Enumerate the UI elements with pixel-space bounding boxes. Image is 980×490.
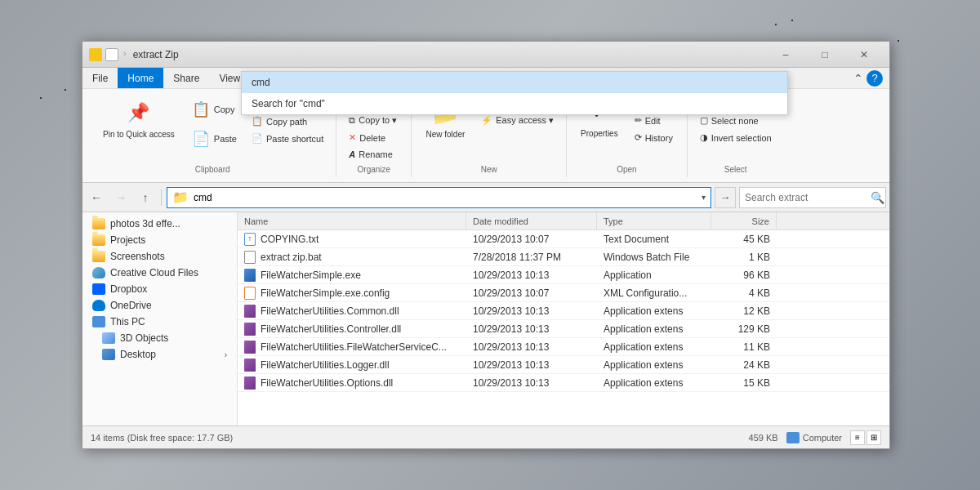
delete-icon: ✕ [349,132,356,143]
file-size-cell: 12 KB [711,302,777,319]
status-item-count: 14 items (Disk free space: 17.7 GB) [91,433,233,443]
pin-to-quick-button[interactable]: 📌 Pin to Quick access [96,96,182,144]
copy-button[interactable]: 📋 Copy [185,96,243,123]
select-label: Select [724,165,747,174]
file-date-cell: 10/29/2013 10:13 [466,374,597,391]
table-row[interactable]: FileWatcherSimple.exe 10/29/2013 10:13 A… [238,266,889,284]
close-button[interactable]: ✕ [845,43,883,66]
sidebar-item-photos3d[interactable]: photos 3d effe... [82,216,237,232]
copy-path-button[interactable]: 📋 Copy path [246,114,329,129]
minimize-button[interactable]: – [767,43,804,66]
onedrive-icon [92,300,105,311]
title-icon-yellow [89,48,102,61]
organize-label: Organize [358,165,391,174]
title-bar-icons: › [89,48,127,61]
edit-icon: ✏ [635,115,642,126]
file-name-cell: FileWatcherUtilities.Options.dll [238,374,466,391]
file-type-cell: Application extens [597,320,711,337]
file-size-cell: 45 KB [711,230,777,247]
file-icon-dll [244,341,256,354]
address-input[interactable] [194,192,697,203]
window-title: extract Zip [133,49,767,60]
file-name-cell: FileWatcherUtilities.Logger.dll [238,356,466,373]
file-name-cell: T COPYING.txt [238,230,466,247]
file-type-cell: Application extens [597,374,711,391]
file-date-cell: 10/29/2013 10:13 [466,302,597,319]
file-type-cell: Application extens [597,338,711,355]
desktop-folder-icon [102,349,115,360]
sidebar-item-onedrive[interactable]: OneDrive [82,297,237,314]
sidebar-item-dropbox[interactable]: Dropbox [82,281,237,297]
nav-bar: ← → ↑ 📁 ▾ → 🔍 [82,183,889,212]
file-date-cell: 10/29/2013 10:13 [466,320,597,337]
autocomplete-item-search-cmd[interactable]: Search for "cmd" [242,93,787,114]
file-size-cell: 24 KB [711,356,777,373]
file-size-cell: 129 KB [711,320,777,337]
sidebar-item-screenshots[interactable]: Screenshots [82,248,237,265]
3d-objects-icon [102,332,115,344]
delete-button[interactable]: ✕ Delete [343,130,404,145]
back-button[interactable]: ← [86,187,107,208]
paste-icon: 📄 [191,129,211,149]
open-label: Open [617,165,636,174]
nav-separator [161,189,162,206]
view-details-button[interactable]: ≡ [850,430,865,445]
view-buttons: ≡ ⊞ [850,430,881,445]
table-row[interactable]: FileWatcherUtilities.Logger.dll 10/29/20… [238,356,889,374]
file-size-cell: 1 KB [711,248,777,265]
table-row[interactable]: FileWatcherUtilities.Controller.dll 10/2… [238,320,889,338]
table-row[interactable]: FileWatcherUtilities.FileWatcherServiceC… [238,338,889,356]
status-computer: Computer [786,432,842,443]
invert-selection-button[interactable]: ◑ Invert selection [694,130,777,145]
copy-paste-group: 📋 Copy 📄 Paste [185,96,243,153]
table-row[interactable]: FileWatcherUtilities.Options.dll 10/29/2… [238,374,889,392]
col-date-header[interactable]: Date modified [466,212,597,229]
sidebar-item-this-pc[interactable]: This PC [82,314,237,330]
address-dropdown-button[interactable]: ▾ [702,193,706,202]
view-grid-button[interactable]: ⊞ [866,430,881,445]
sidebar-item-creative-cloud[interactable]: Creative Cloud Files [82,265,237,281]
search-input[interactable] [745,192,867,203]
ribbon-collapse-btn[interactable]: ⌃ [853,72,863,85]
menu-file[interactable]: File [82,68,118,88]
rename-icon: A [349,149,355,159]
file-list-header: Name Date modified Type Size [238,212,889,230]
paste-shortcut-button[interactable]: 📄 Paste shortcut [246,131,329,146]
easy-access-icon: ⚡ [481,115,492,126]
file-type-cell: Windows Batch File [597,248,711,265]
status-size: 459 KB [749,433,778,443]
col-name-header[interactable]: Name [238,212,466,229]
col-type-header[interactable]: Type [597,212,711,229]
help-button[interactable]: ? [866,70,883,87]
copy-path-icon: 📋 [252,116,263,127]
file-icon-dll [244,323,256,336]
file-date-cell: 10/29/2013 10:13 [466,266,597,283]
title-separator: › [123,48,127,61]
file-type-cell: Text Document [597,230,711,247]
file-list: Name Date modified Type Size T COPYING.t… [238,212,889,425]
paste-shortcut-icon: 📄 [252,133,263,144]
autocomplete-item-cmd[interactable]: cmd [242,72,787,93]
menu-share[interactable]: Share [163,68,209,88]
table-row[interactable]: FileWatcherUtilities.Common.dll 10/29/20… [238,302,889,320]
paste-button[interactable]: 📄 Paste [185,125,243,153]
history-button[interactable]: ⟳ History [629,130,680,145]
file-rows-container: T COPYING.txt 10/29/2013 10:07 Text Docu… [238,230,889,392]
address-go-button[interactable]: → [715,187,736,208]
maximize-button[interactable]: □ [806,43,844,66]
sidebar-item-projects[interactable]: Projects [82,232,237,248]
sidebar-expand-btn[interactable]: › [225,350,227,359]
table-row[interactable]: T COPYING.txt 10/29/2013 10:07 Text Docu… [238,230,889,248]
rename-button[interactable]: A Rename [343,147,404,162]
address-bar[interactable]: 📁 ▾ [167,187,711,208]
file-icon-dll [244,359,256,372]
sidebar-item-3d-objects[interactable]: 3D Objects [82,330,237,346]
table-row[interactable]: FileWatcherSimple.exe.config 10/29/2013 … [238,284,889,302]
table-row[interactable]: extract zip.bat 7/28/2018 11:37 PM Windo… [238,248,889,266]
sidebar-item-desktop[interactable]: Desktop › [82,346,237,363]
forward-button[interactable]: → [110,187,131,208]
menu-home[interactable]: Home [118,68,163,88]
col-size-header[interactable]: Size [711,212,777,229]
up-button[interactable]: ↑ [135,187,156,208]
history-icon: ⟳ [635,132,642,143]
